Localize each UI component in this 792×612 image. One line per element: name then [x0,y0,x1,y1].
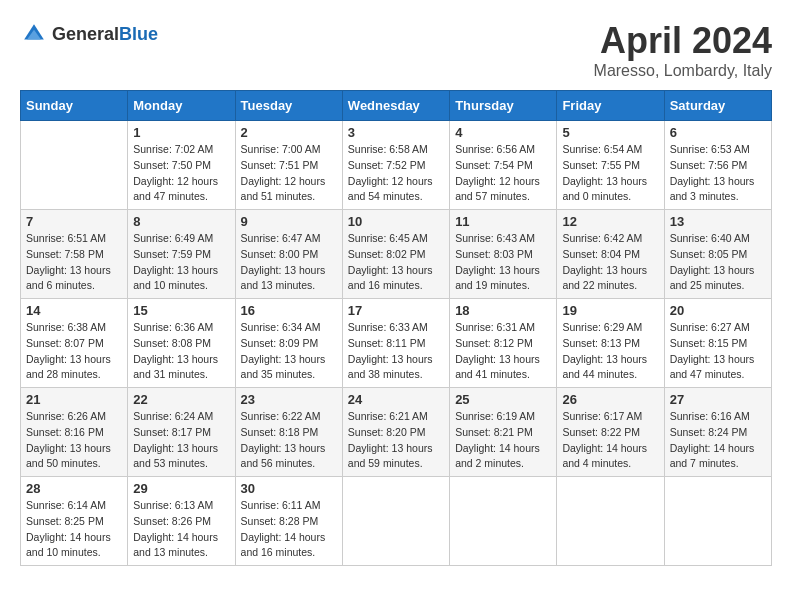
day-number: 24 [348,392,444,407]
calendar-cell: 29Sunrise: 6:13 AM Sunset: 8:26 PM Dayli… [128,477,235,566]
calendar-cell: 15Sunrise: 6:36 AM Sunset: 8:08 PM Dayli… [128,299,235,388]
calendar-cell: 12Sunrise: 6:42 AM Sunset: 8:04 PM Dayli… [557,210,664,299]
calendar-cell: 20Sunrise: 6:27 AM Sunset: 8:15 PM Dayli… [664,299,771,388]
calendar-cell: 3Sunrise: 6:58 AM Sunset: 7:52 PM Daylig… [342,121,449,210]
subtitle: Maresso, Lombardy, Italy [594,62,772,80]
day-info: Sunrise: 6:31 AM Sunset: 8:12 PM Dayligh… [455,320,551,383]
day-number: 14 [26,303,122,318]
day-number: 6 [670,125,766,140]
calendar-cell: 2Sunrise: 7:00 AM Sunset: 7:51 PM Daylig… [235,121,342,210]
day-info: Sunrise: 6:27 AM Sunset: 8:15 PM Dayligh… [670,320,766,383]
calendar-cell: 9Sunrise: 6:47 AM Sunset: 8:00 PM Daylig… [235,210,342,299]
calendar-cell: 7Sunrise: 6:51 AM Sunset: 7:58 PM Daylig… [21,210,128,299]
calendar-cell: 27Sunrise: 6:16 AM Sunset: 8:24 PM Dayli… [664,388,771,477]
calendar-cell: 30Sunrise: 6:11 AM Sunset: 8:28 PM Dayli… [235,477,342,566]
calendar-cell: 25Sunrise: 6:19 AM Sunset: 8:21 PM Dayli… [450,388,557,477]
day-info: Sunrise: 6:22 AM Sunset: 8:18 PM Dayligh… [241,409,337,472]
calendar-week-row: 21Sunrise: 6:26 AM Sunset: 8:16 PM Dayli… [21,388,772,477]
day-info: Sunrise: 6:26 AM Sunset: 8:16 PM Dayligh… [26,409,122,472]
calendar-header: SundayMondayTuesdayWednesdayThursdayFrid… [21,91,772,121]
calendar-cell: 1Sunrise: 7:02 AM Sunset: 7:50 PM Daylig… [128,121,235,210]
day-info: Sunrise: 6:56 AM Sunset: 7:54 PM Dayligh… [455,142,551,205]
calendar-header-cell: Wednesday [342,91,449,121]
main-title: April 2024 [594,20,772,62]
day-number: 18 [455,303,551,318]
calendar-cell: 4Sunrise: 6:56 AM Sunset: 7:54 PM Daylig… [450,121,557,210]
title-area: April 2024 Maresso, Lombardy, Italy [594,20,772,80]
day-number: 26 [562,392,658,407]
calendar-body: 1Sunrise: 7:02 AM Sunset: 7:50 PM Daylig… [21,121,772,566]
calendar-cell: 21Sunrise: 6:26 AM Sunset: 8:16 PM Dayli… [21,388,128,477]
calendar-cell [664,477,771,566]
calendar-cell [557,477,664,566]
day-number: 15 [133,303,229,318]
day-info: Sunrise: 6:53 AM Sunset: 7:56 PM Dayligh… [670,142,766,205]
day-number: 3 [348,125,444,140]
day-number: 10 [348,214,444,229]
calendar-header-cell: Tuesday [235,91,342,121]
day-info: Sunrise: 6:17 AM Sunset: 8:22 PM Dayligh… [562,409,658,472]
calendar-cell: 17Sunrise: 6:33 AM Sunset: 8:11 PM Dayli… [342,299,449,388]
day-number: 19 [562,303,658,318]
day-info: Sunrise: 6:51 AM Sunset: 7:58 PM Dayligh… [26,231,122,294]
calendar-cell [342,477,449,566]
calendar-cell: 22Sunrise: 6:24 AM Sunset: 8:17 PM Dayli… [128,388,235,477]
day-info: Sunrise: 6:40 AM Sunset: 8:05 PM Dayligh… [670,231,766,294]
day-info: Sunrise: 6:49 AM Sunset: 7:59 PM Dayligh… [133,231,229,294]
day-info: Sunrise: 6:45 AM Sunset: 8:02 PM Dayligh… [348,231,444,294]
calendar-cell: 19Sunrise: 6:29 AM Sunset: 8:13 PM Dayli… [557,299,664,388]
calendar-cell: 16Sunrise: 6:34 AM Sunset: 8:09 PM Dayli… [235,299,342,388]
day-info: Sunrise: 6:24 AM Sunset: 8:17 PM Dayligh… [133,409,229,472]
calendar-header-row: SundayMondayTuesdayWednesdayThursdayFrid… [21,91,772,121]
day-info: Sunrise: 6:42 AM Sunset: 8:04 PM Dayligh… [562,231,658,294]
day-info: Sunrise: 6:38 AM Sunset: 8:07 PM Dayligh… [26,320,122,383]
day-info: Sunrise: 7:00 AM Sunset: 7:51 PM Dayligh… [241,142,337,205]
day-number: 21 [26,392,122,407]
day-info: Sunrise: 6:34 AM Sunset: 8:09 PM Dayligh… [241,320,337,383]
calendar-header-cell: Sunday [21,91,128,121]
day-info: Sunrise: 6:21 AM Sunset: 8:20 PM Dayligh… [348,409,444,472]
calendar-header-cell: Thursday [450,91,557,121]
day-number: 29 [133,481,229,496]
day-info: Sunrise: 7:02 AM Sunset: 7:50 PM Dayligh… [133,142,229,205]
day-number: 5 [562,125,658,140]
calendar-cell: 18Sunrise: 6:31 AM Sunset: 8:12 PM Dayli… [450,299,557,388]
calendar-cell: 8Sunrise: 6:49 AM Sunset: 7:59 PM Daylig… [128,210,235,299]
calendar-cell: 6Sunrise: 6:53 AM Sunset: 7:56 PM Daylig… [664,121,771,210]
day-number: 28 [26,481,122,496]
logo-text-general: General [52,24,119,44]
logo-text-blue: Blue [119,24,158,44]
calendar-cell [21,121,128,210]
calendar-cell: 5Sunrise: 6:54 AM Sunset: 7:55 PM Daylig… [557,121,664,210]
calendar-cell: 13Sunrise: 6:40 AM Sunset: 8:05 PM Dayli… [664,210,771,299]
header: GeneralBlue April 2024 Maresso, Lombardy… [20,20,772,80]
day-number: 7 [26,214,122,229]
day-number: 25 [455,392,551,407]
calendar-week-row: 28Sunrise: 6:14 AM Sunset: 8:25 PM Dayli… [21,477,772,566]
day-info: Sunrise: 6:13 AM Sunset: 8:26 PM Dayligh… [133,498,229,561]
day-number: 22 [133,392,229,407]
day-number: 2 [241,125,337,140]
calendar-week-row: 7Sunrise: 6:51 AM Sunset: 7:58 PM Daylig… [21,210,772,299]
calendar-cell: 14Sunrise: 6:38 AM Sunset: 8:07 PM Dayli… [21,299,128,388]
day-number: 20 [670,303,766,318]
calendar-cell: 28Sunrise: 6:14 AM Sunset: 8:25 PM Dayli… [21,477,128,566]
day-number: 12 [562,214,658,229]
day-number: 9 [241,214,337,229]
calendar-table: SundayMondayTuesdayWednesdayThursdayFrid… [20,90,772,566]
day-info: Sunrise: 6:33 AM Sunset: 8:11 PM Dayligh… [348,320,444,383]
day-info: Sunrise: 6:16 AM Sunset: 8:24 PM Dayligh… [670,409,766,472]
day-number: 17 [348,303,444,318]
day-info: Sunrise: 6:36 AM Sunset: 8:08 PM Dayligh… [133,320,229,383]
calendar-cell: 23Sunrise: 6:22 AM Sunset: 8:18 PM Dayli… [235,388,342,477]
day-number: 23 [241,392,337,407]
day-number: 8 [133,214,229,229]
calendar-header-cell: Saturday [664,91,771,121]
day-number: 13 [670,214,766,229]
calendar-cell: 26Sunrise: 6:17 AM Sunset: 8:22 PM Dayli… [557,388,664,477]
day-info: Sunrise: 6:54 AM Sunset: 7:55 PM Dayligh… [562,142,658,205]
logo-icon [20,20,48,48]
day-info: Sunrise: 6:43 AM Sunset: 8:03 PM Dayligh… [455,231,551,294]
day-info: Sunrise: 6:47 AM Sunset: 8:00 PM Dayligh… [241,231,337,294]
calendar-header-cell: Friday [557,91,664,121]
